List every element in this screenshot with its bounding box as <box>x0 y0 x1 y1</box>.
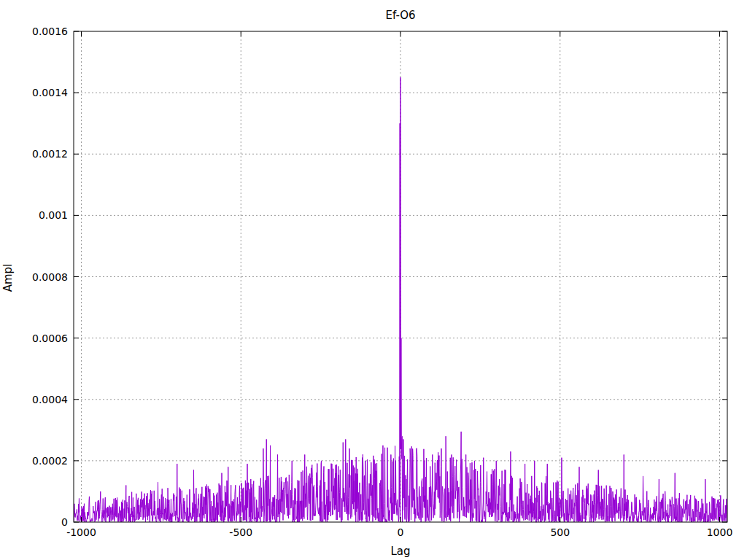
x-tick-label: -500 <box>212 527 270 537</box>
plot-canvas <box>0 0 747 560</box>
y-tick-label: 0.0002 <box>5 456 68 466</box>
x-tick-label: 500 <box>531 527 589 537</box>
x-tick-label: 1000 <box>691 527 747 537</box>
y-tick-label: 0 <box>5 517 68 527</box>
chart-title: Ef-O6 <box>74 9 727 22</box>
y-tick-label: 0.0016 <box>5 26 68 36</box>
x-tick-label: 0 <box>371 527 430 537</box>
y-tick-label: 0.0014 <box>5 88 68 98</box>
y-tick-label: 0.0006 <box>5 333 68 343</box>
y-tick-label: 0.0008 <box>5 272 68 282</box>
y-tick-label: 0.0004 <box>5 394 68 405</box>
y-tick-label: 0.0012 <box>5 149 68 159</box>
series-line <box>74 77 727 522</box>
x-tick-label: -1000 <box>53 527 111 537</box>
correlation-chart: Ef-O6 Lag Ampl 00.00020.00040.00060.0008… <box>0 0 747 560</box>
x-axis-label: Lag <box>74 545 727 558</box>
y-tick-label: 0.001 <box>5 210 68 220</box>
